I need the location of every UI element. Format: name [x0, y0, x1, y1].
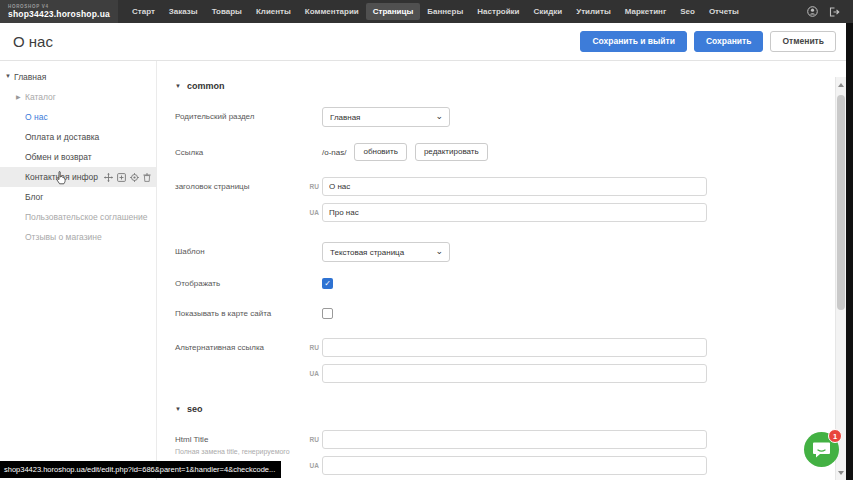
save-button[interactable]: Сохранить: [694, 31, 764, 52]
logout-icon[interactable]: [829, 7, 840, 17]
menu-item-orders[interactable]: Заказы: [162, 3, 205, 20]
trash-icon[interactable]: [143, 173, 151, 182]
tree-item-otzyvy[interactable]: Отзывы о магазине: [0, 227, 156, 247]
menu-item-seo[interactable]: Seo: [673, 3, 702, 20]
lang-ru-tag: RU: [305, 183, 319, 190]
display-label: Отображать: [175, 278, 305, 289]
pages-tree-sidebar: ▼ Главная ▶ Каталог О нас Оплата и доста…: [0, 61, 157, 480]
scroll-up-icon[interactable]: [838, 83, 844, 87]
tree-item-obmen[interactable]: Обмен и возврат: [0, 147, 156, 167]
page-edit-form: ▼ common Родительский раздел Главная ⌄ С…: [157, 61, 853, 480]
parent-section-select[interactable]: Главная ⌄: [322, 107, 450, 127]
page-title: О нас: [13, 33, 53, 50]
tree-item-blog[interactable]: Блог: [0, 187, 156, 207]
template-select[interactable]: Текстовая страница ⌄: [322, 242, 450, 262]
tree-item-kontaktnaya[interactable]: Контактная инфор: [0, 167, 156, 187]
html-title-label: Html Title: [175, 435, 305, 445]
link-edit-button[interactable]: редактировать: [415, 143, 488, 161]
lang-ua-tag: UA: [305, 462, 319, 469]
html-title-ua-input[interactable]: [322, 456, 707, 475]
add-icon[interactable]: [117, 173, 126, 182]
logo[interactable]: HOROSHOP V4 shop34423.horoshop.ua: [0, 0, 118, 23]
gear-icon[interactable]: [130, 173, 139, 182]
menu-item-marketing[interactable]: Маркетинг: [618, 3, 673, 20]
parent-section-label: Родительский раздел: [175, 107, 305, 127]
menu-item-settings[interactable]: Настройки: [470, 3, 526, 20]
alt-link-ru-input[interactable]: [322, 338, 707, 357]
tree-item-soglashenie[interactable]: Пользовательское соглашение: [0, 207, 156, 227]
page-scrollbar[interactable]: [835, 77, 846, 480]
tree-item-katalog[interactable]: ▶ Каталог: [0, 87, 156, 107]
display-checkbox[interactable]: ✓: [322, 278, 333, 289]
sitemap-checkbox[interactable]: [322, 308, 333, 319]
chat-widget-button[interactable]: 1: [804, 432, 839, 467]
menu-item-pages[interactable]: Страницы: [366, 3, 421, 20]
link-update-button[interactable]: обновить: [354, 143, 406, 161]
alt-link-ua-input[interactable]: [322, 364, 707, 383]
scroll-down-icon[interactable]: [838, 471, 844, 475]
menu-item-banners[interactable]: Баннеры: [420, 3, 470, 20]
page-title-ua-input[interactable]: [322, 203, 707, 222]
account-icon[interactable]: [807, 6, 818, 17]
menu-item-utilities[interactable]: Утилиты: [569, 3, 618, 20]
menu-item-reports[interactable]: Отчеты: [702, 3, 746, 20]
lang-ru-tag: RU: [305, 436, 319, 443]
shop-domain-label: shop34423.horoshop.ua: [8, 9, 118, 19]
page-title-field-label: заголовок страницы: [175, 177, 305, 222]
status-url-tooltip: shop34423.horoshop.ua/edit/edit.php?id=6…: [0, 461, 281, 478]
link-label: Ссылка: [175, 143, 305, 161]
html-title-ru-input[interactable]: [322, 430, 707, 449]
cancel-button[interactable]: Отменить: [770, 31, 836, 52]
page-title-ru-input[interactable]: [322, 177, 707, 196]
menu-item-comments[interactable]: Комментарии: [298, 3, 366, 20]
chat-unread-badge: 1: [828, 429, 842, 443]
chevron-down-icon[interactable]: ▼: [5, 73, 11, 79]
section-seo[interactable]: ▼ seo: [175, 404, 853, 414]
lang-ru-tag: RU: [305, 344, 319, 351]
chevron-down-icon: ▼: [175, 83, 181, 89]
html-title-hint: Полная замена title, генерируемого: [175, 448, 305, 457]
lang-ua-tag: UA: [305, 370, 319, 377]
chevron-down-icon: ▼: [175, 406, 181, 412]
sitemap-label: Показывать в карте сайта: [175, 308, 305, 319]
page-header: О нас Сохранить и выйти Сохранить Отмени…: [0, 23, 853, 61]
scrollbar-thumb[interactable]: [837, 95, 845, 310]
alt-link-label: Альтернативная ссылка: [175, 338, 305, 383]
menu-item-start[interactable]: Старт: [125, 3, 162, 20]
topbar: HOROSHOP V4 shop34423.horoshop.ua Старт …: [0, 0, 853, 23]
save-and-exit-button[interactable]: Сохранить и выйти: [580, 31, 687, 52]
chevron-right-icon[interactable]: ▶: [16, 93, 21, 100]
template-label: Шаблон: [175, 242, 305, 262]
tree-item-oplata[interactable]: Оплата и доставка: [0, 127, 156, 147]
menu-item-products[interactable]: Товары: [205, 3, 249, 20]
chevron-down-icon: ⌄: [435, 111, 443, 121]
section-common[interactable]: ▼ common: [175, 81, 853, 91]
tree-item-glavnaya[interactable]: ▼ Главная: [0, 67, 156, 87]
menu-item-discounts[interactable]: Скидки: [527, 3, 570, 20]
menu-item-clients[interactable]: Клиенты: [249, 3, 298, 20]
tree-item-o-nas[interactable]: О нас: [0, 107, 156, 127]
link-path-value: /o-nas/: [322, 148, 346, 157]
main-menu: Старт Заказы Товары Клиенты Комментарии …: [125, 0, 746, 23]
move-icon[interactable]: [104, 173, 113, 182]
lang-ua-tag: UA: [305, 209, 319, 216]
chevron-down-icon: ⌄: [435, 246, 443, 256]
letterbox-strip: [846, 23, 853, 480]
